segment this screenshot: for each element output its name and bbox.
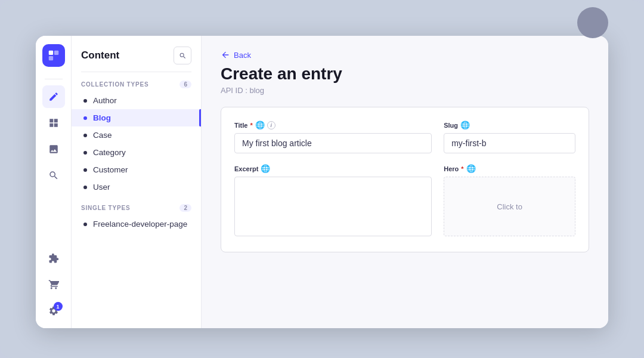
info-icon[interactable]: i — [267, 121, 275, 129]
nav-icon-search[interactable] — [42, 164, 65, 187]
title-input[interactable] — [234, 133, 432, 153]
excerpt-label: Excerpt 🌐 — [234, 164, 432, 173]
icon-bar: 1 — [36, 36, 72, 328]
collection-types-section: COLLECTION TYPES 6 — [72, 72, 201, 92]
hero-required-star: * — [461, 165, 463, 172]
svg-rect-0 — [48, 51, 52, 55]
title-field-group: Title * 🌐 i — [234, 121, 432, 153]
slug-i18n-icon: 🌐 — [460, 121, 470, 129]
excerpt-field-group: Excerpt 🌐 — [234, 164, 432, 239]
settings-badge: 1 — [54, 302, 63, 311]
collection-types-label: COLLECTION TYPES — [81, 81, 148, 88]
hero-label: Hero * 🌐 — [444, 164, 575, 173]
slug-label: Slug 🌐 — [444, 121, 575, 129]
sidebar-header: Content — [72, 36, 201, 72]
hero-click-text: Click to — [497, 202, 522, 211]
page-title: Create an entry — [221, 64, 589, 84]
dot-icon — [83, 223, 87, 226]
search-icon — [48, 170, 59, 181]
back-link[interactable]: Back — [221, 50, 589, 60]
back-arrow-icon — [221, 50, 230, 60]
nav-icon-content-manager[interactable] — [42, 85, 65, 108]
sidebar-search-button[interactable] — [174, 47, 191, 64]
sidebar-item-author[interactable]: Author — [72, 92, 201, 109]
hero-i18n-icon: 🌐 — [466, 164, 476, 173]
dot-icon — [83, 99, 87, 103]
title-label: Title * 🌐 i — [234, 121, 432, 129]
logo-icon — [47, 49, 60, 62]
active-indicator — [199, 109, 201, 126]
collection-types-count: 6 — [179, 81, 191, 88]
search-small-icon — [179, 52, 187, 60]
back-label: Back — [234, 51, 251, 60]
sidebar-item-blog[interactable]: Blog — [72, 109, 201, 126]
nav-icon-plugins[interactable] — [42, 247, 65, 270]
single-types-section: SINGLE TYPES 2 — [72, 196, 201, 215]
single-types-label: SINGLE TYPES — [81, 205, 130, 211]
nav-icon-settings[interactable]: 1 — [42, 300, 65, 322]
circle-decoration — [577, 7, 608, 38]
edit-icon — [48, 91, 59, 102]
hero-field-group: Hero * 🌐 Click to — [444, 164, 575, 239]
logo[interactable] — [42, 44, 65, 67]
dot-icon — [83, 134, 87, 137]
sidebar-title: Content — [81, 50, 119, 61]
api-id: API ID : blog — [221, 86, 589, 95]
excerpt-i18n-icon: 🌐 — [261, 164, 270, 173]
single-types-count: 2 — [179, 204, 191, 212]
app-window: 1 Content COLLECTION TYPES 6 Author — [36, 36, 608, 328]
plugin-icon — [48, 253, 59, 264]
sidebar-item-category[interactable]: Category — [72, 144, 201, 161]
grid-icon — [48, 118, 59, 128]
sidebar-item-freelance[interactable]: Freelance-developer-page — [72, 215, 201, 233]
main-content: Back Create an entry API ID : blog Title… — [202, 36, 608, 328]
slug-field-group: Slug 🌐 — [444, 121, 575, 153]
form-row-2: Excerpt 🌐 Hero * 🌐 Click to — [234, 164, 575, 239]
required-star: * — [250, 122, 252, 129]
sidebar-item-case[interactable]: Case — [72, 126, 201, 144]
i18n-icon: 🌐 — [255, 121, 265, 129]
sidebar: Content COLLECTION TYPES 6 Author Blog — [72, 36, 202, 328]
dot-icon — [83, 186, 87, 189]
nav-icon-marketplace[interactable] — [42, 273, 65, 296]
dot-icon — [83, 168, 87, 172]
sidebar-item-customer[interactable]: Customer — [72, 161, 201, 178]
dot-icon — [83, 151, 87, 155]
svg-rect-2 — [48, 56, 52, 60]
nav-icon-content-type-builder[interactable] — [42, 112, 65, 134]
sidebar-item-user[interactable]: User — [72, 178, 201, 196]
svg-rect-1 — [54, 51, 58, 55]
cart-icon — [48, 279, 59, 290]
image-icon — [48, 144, 59, 155]
form-row-1: Title * 🌐 i Slug 🌐 — [234, 121, 575, 153]
dot-icon — [83, 116, 87, 120]
excerpt-input[interactable] — [234, 177, 432, 236]
form-card: Title * 🌐 i Slug 🌐 — [221, 107, 589, 252]
nav-icon-media-library[interactable] — [42, 138, 65, 161]
slug-input[interactable] — [444, 133, 575, 153]
hero-upload-area[interactable]: Click to — [444, 177, 575, 236]
